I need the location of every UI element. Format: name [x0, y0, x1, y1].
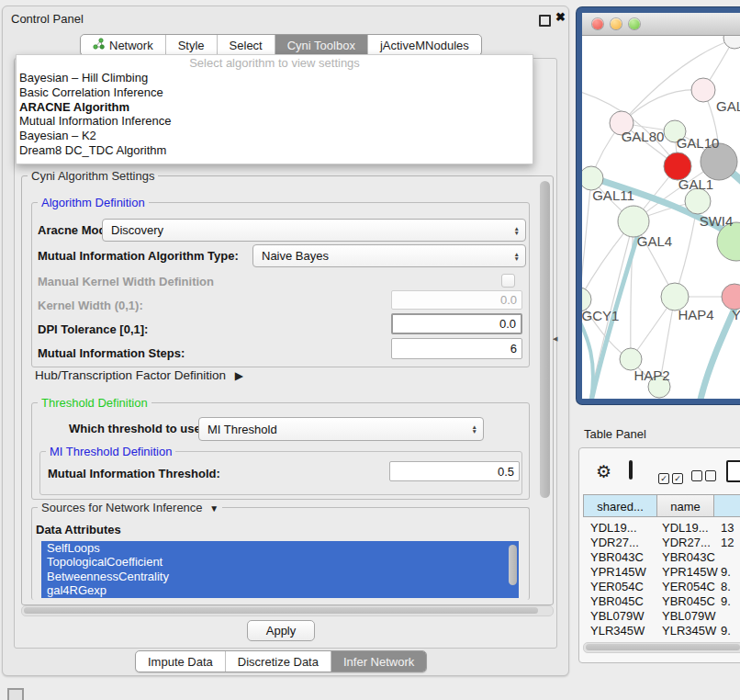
table-horizontal-scrollbar[interactable]: [583, 642, 740, 653]
collapse-arrow-icon[interactable]: ▼: [209, 503, 219, 514]
table-cell[interactable]: YER054C: [590, 580, 644, 593]
expand-arrow-icon[interactable]: ▶: [235, 369, 243, 382]
zoom-window-button[interactable]: [629, 18, 640, 29]
settings-horizontal-scrollbar[interactable]: [21, 605, 554, 616]
algorithm-option[interactable]: Bayesian – K2: [17, 129, 533, 143]
control-panel-titlebar: Control Panel ✖: [3, 6, 568, 30]
table-cell[interactable]: 9: [721, 638, 727, 641]
network-window-titlebar[interactable]: [582, 13, 740, 36]
group-title: MI Threshold Definition: [46, 445, 175, 458]
which-threshold-combo[interactable]: MI Threshold ▲▼: [198, 417, 484, 441]
deselect-all-checkboxes-icon[interactable]: [691, 469, 719, 485]
split-collapse-arrow[interactable]: ◀: [553, 335, 557, 343]
node-label: GAL11: [592, 187, 634, 203]
attribute-item-selected[interactable]: BetweennessCentrality: [41, 570, 519, 583]
node-label: SWI4: [700, 213, 734, 229]
table-cell[interactable]: YLR345W: [590, 624, 645, 638]
node-unlabeled[interactable]: [723, 36, 740, 49]
float-panel-mini-icon[interactable]: [7, 688, 24, 700]
table-cell[interactable]: 9.: [721, 565, 731, 579]
node-pink[interactable]: [722, 284, 740, 310]
node-label: GAL1: [678, 176, 713, 192]
manual-kernel-width-checkbox[interactable]: [501, 274, 515, 288]
table-cell[interactable]: YER054C: [662, 580, 715, 593]
close-panel-icon[interactable]: ✖: [555, 10, 566, 24]
table-cell[interactable]: 13: [721, 521, 734, 535]
mi-threshold-input[interactable]: [389, 461, 520, 481]
mi-algorithm-type-combo[interactable]: Naive Bayes ▲▼: [252, 244, 526, 267]
tab-label: jActiveMNodules: [380, 39, 469, 52]
node-gal-partial[interactable]: [691, 78, 715, 102]
column-header-name[interactable]: name: [656, 494, 714, 517]
algorithm-option[interactable]: Dream8 DC_TDC Algorithm: [17, 143, 533, 158]
select-all-checkboxes-icon[interactable]: ✓✓: [658, 469, 686, 485]
attribute-item-selected[interactable]: gal4RGexp: [41, 583, 519, 597]
close-window-button[interactable]: [592, 18, 603, 29]
table-cell[interactable]: YBR043C: [590, 550, 644, 564]
column-header-shared-name[interactable]: shared...: [583, 494, 657, 517]
tab-label: Select: [230, 39, 263, 52]
algorithm-option[interactable]: Bayesian – Hill Climbing: [17, 71, 533, 85]
table-cell[interactable]: YBR045C: [662, 594, 715, 608]
kernel-width-input[interactable]: [391, 290, 522, 310]
mi-threshold-label: Mutual Information Threshold:: [48, 467, 220, 480]
minimize-window-button[interactable]: [611, 18, 622, 29]
tab-impute-data[interactable]: Impute Data: [136, 651, 225, 672]
tab-network[interactable]: Network: [81, 35, 165, 55]
control-panel-window: Control Panel ✖ Network Style Select Cyn…: [2, 6, 569, 676]
mi-steps-label: Mutual Information Steps:: [38, 346, 185, 360]
network-view-window: GAL GAL80 GAL10 GAL1 GAL11 SWI4 GAL4 GCY…: [577, 7, 740, 404]
mi-steps-input[interactable]: [391, 338, 522, 359]
aracne-mode-combo[interactable]: Discovery ▲▼: [102, 219, 526, 242]
table-cell[interactable]: YBR045C: [590, 594, 644, 608]
table-cell[interactable]: YDR27...: [590, 536, 639, 549]
table-cell[interactable]: YDL19...: [662, 521, 709, 535]
tab-label: Infer Network: [343, 655, 414, 669]
table-cell[interactable]: YDR27...: [662, 536, 711, 549]
node-gal4[interactable]: [618, 206, 649, 237]
tab-jactivemnodules[interactable]: jActiveMNodules: [367, 35, 481, 55]
algorithm-option[interactable]: Mutual Information Inference: [17, 114, 533, 129]
table-cell[interactable]: YBL079W: [590, 609, 645, 623]
column-header-partial[interactable]: A: [713, 494, 740, 517]
table-cell[interactable]: YIL052C: [662, 638, 709, 641]
table-cell[interactable]: YLR345W: [662, 624, 716, 638]
table-cell[interactable]: YBR043C: [662, 550, 715, 564]
dpi-tolerance-input[interactable]: [391, 313, 522, 334]
tab-cyni-toolbox[interactable]: Cyni Toolbox: [275, 35, 367, 55]
table-cell[interactable]: 12: [721, 536, 734, 549]
tab-style[interactable]: Style: [165, 35, 217, 55]
attributes-vertical-scrollbar[interactable]: [509, 545, 517, 585]
group-title[interactable]: Sources for Network Inference ▼: [38, 501, 222, 514]
table-cell[interactable]: 9.: [721, 624, 731, 638]
node-swi4[interactable]: [685, 188, 711, 214]
settings-vertical-scrollbar[interactable]: [540, 181, 550, 498]
group-title: Cyni Algorithm Settings: [28, 169, 158, 183]
screenshot-root: { "colors": { "selection_blue": "#3d6dcb…: [0, 0, 740, 700]
algorithm-option-selected[interactable]: ARACNE Algorithm: [17, 100, 533, 115]
apply-button[interactable]: Apply: [247, 620, 315, 641]
table-body: YDL19... YDL19... 13 YDR27... YDR27... 1…: [583, 519, 740, 641]
tab-discretize-data[interactable]: Discretize Data: [225, 651, 331, 672]
attribute-item-selected[interactable]: TopologicalCoefficient: [41, 555, 519, 569]
tab-infer-network[interactable]: Infer Network: [331, 651, 426, 672]
gear-icon[interactable]: ⚙: [596, 461, 611, 481]
table-cell[interactable]: 9.: [721, 594, 731, 608]
table-cell[interactable]: 8.: [721, 580, 731, 593]
network-canvas[interactable]: GAL GAL80 GAL10 GAL1 GAL11 SWI4 GAL4 GCY…: [582, 36, 740, 399]
attribute-item-selected[interactable]: SelfLoops: [41, 541, 519, 555]
node-label: GAL: [716, 98, 740, 114]
table-cell[interactable]: YPR145W: [662, 565, 718, 579]
hub-definition-section[interactable]: Hub/Transcription Factor Definition ▶: [35, 368, 243, 382]
table-cell[interactable]: YDL19...: [590, 521, 637, 535]
table-cell[interactable]: YIL052C: [590, 638, 637, 641]
document-icon[interactable]: [726, 460, 740, 482]
tab-select[interactable]: Select: [217, 35, 275, 55]
table-cell[interactable]: YPR145W: [590, 565, 646, 579]
group-title: Threshold Definition: [38, 396, 151, 410]
algorithm-option[interactable]: Basic Correlation Inference: [17, 85, 533, 100]
node-label: GAL4: [637, 233, 672, 249]
float-panel-icon[interactable]: [539, 15, 551, 27]
columns-icon[interactable]: [629, 460, 633, 480]
table-cell[interactable]: YBL079W: [662, 609, 716, 623]
